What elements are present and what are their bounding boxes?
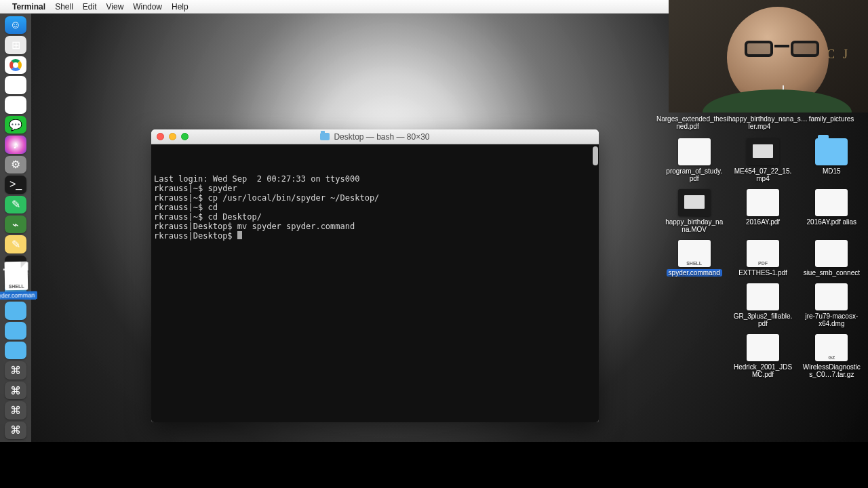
dock-app-finder[interactable]: ☺ <box>5 16 26 34</box>
dock-app-reminders[interactable]: ☰ <box>5 96 26 114</box>
menubar-app-name[interactable]: Terminal <box>12 2 45 12</box>
window-title: Desktop — bash — 80×30 <box>334 132 429 142</box>
desktop-icon[interactable]: MD15 <box>802 138 861 182</box>
menu-edit[interactable]: Edit <box>83 2 97 12</box>
doc-icon <box>815 189 848 216</box>
glasses-icon <box>745 41 819 57</box>
dragged-file[interactable]: ↖ SHELL yder.comman <box>2 262 31 300</box>
desktop-icon-row: Hedrick_2001_JDSMC.pdfGZWirelessDiagnost… <box>665 334 868 378</box>
desktop-icon[interactable]: 2016AY.pdf <box>733 189 792 233</box>
video-icon <box>678 189 711 216</box>
desktop-icon-label: Hedrick_2001_JDSMC.pdf <box>733 363 792 378</box>
dock-stack-folder-4[interactable] <box>5 342 26 359</box>
menu-window[interactable]: Window <box>133 2 162 12</box>
menu-shell[interactable]: Shell <box>55 2 73 12</box>
terminal-cursor <box>237 231 242 239</box>
desktop-icon-label: happy_birthday_nana.MOV <box>665 218 724 233</box>
desktop-icon-label: 2016AY.pdf <box>746 218 780 226</box>
terminal-line: rkrauss|~$ cd Desktop/ <box>154 212 596 222</box>
terminal-line: rkrauss|~$ spyder <box>154 184 596 193</box>
menu-help[interactable]: Help <box>172 2 189 12</box>
dock-app-itunes[interactable]: ♪ <box>5 136 26 153</box>
doc-icon <box>747 283 779 310</box>
doc-icon: SHELL <box>678 240 711 267</box>
terminal-line: rkrauss|~$ cp /usr/local/bin/spyder ~/De… <box>154 193 596 203</box>
desktop-icon-row: happy_birthday_nana.MOV2016AY.pdf2016AY.… <box>665 189 868 233</box>
desktop-icon[interactable]: ME454_07_22_15.mp4 <box>733 138 792 182</box>
dock-app-system-preferences[interactable]: ⚙ <box>5 156 26 174</box>
doc-icon <box>678 138 711 165</box>
doc-icon <box>815 283 848 310</box>
dock-stack-disk-1[interactable]: ⌘ <box>5 361 26 379</box>
dock-app-messages[interactable]: 💬 <box>5 116 26 134</box>
terminal-scrollbar[interactable] <box>593 146 598 165</box>
dock-app-launchpad[interactable]: ⊞ <box>5 36 26 54</box>
desktop-icon[interactable]: GZWirelessDiagnostics_C0…7.tar.gz <box>802 334 861 378</box>
dock-stack-downloads[interactable] <box>5 302 26 319</box>
desktop-icon-label: EXTTHES-1.pdf <box>738 269 787 277</box>
dock: ☺⊞2☰💬♪⚙>_✎⌁✎▁▃▅⌘⌘⌘⌘ <box>0 14 31 442</box>
desktop-icon-label: WirelessDiagnostics_C0…7.tar.gz <box>802 363 861 378</box>
dock-app-notes[interactable]: ✎ <box>5 235 26 253</box>
doc-icon: PDF <box>747 240 779 267</box>
folder-icon <box>815 138 848 165</box>
dock-app-calendar[interactable]: 2 <box>5 76 26 94</box>
desktop-icon-row: program_of_study.pdfME454_07_22_15.mp4MD… <box>665 138 868 182</box>
doc-icon: GZ <box>815 334 848 361</box>
desktop-icon-label: GR_3plus2_fillable.pdf <box>733 312 792 327</box>
desktop-icon-label: program_of_study.pdf <box>665 167 724 182</box>
presenter-shirt <box>703 89 852 113</box>
dock-stack-disk-3[interactable]: ⌘ <box>5 401 26 419</box>
file-icon: SHELL <box>5 262 28 291</box>
dock-stack-disk-4[interactable]: ⌘ <box>5 422 26 439</box>
dock-stack-disk-2[interactable]: ⌘ <box>5 382 26 399</box>
desktop-icon-label: MD15 <box>823 167 841 175</box>
desktop-icon[interactable]: program_of_study.pdf <box>665 138 724 182</box>
desktop-label[interactable]: happy_birthday_nana_s…ler.mp4 <box>728 115 791 130</box>
desktop-icon[interactable]: SHELLspyder.command <box>665 240 724 277</box>
letterbox-bottom <box>0 442 868 488</box>
desktop-icon-label: jre-7u79-macosx-x64.dmg <box>802 312 861 327</box>
desktop-icon[interactable]: Hedrick_2001_JDSMC.pdf <box>733 334 792 378</box>
app-icon <box>815 240 848 267</box>
webcam-overlay: SCJ <box>669 0 868 113</box>
doc-icon <box>747 334 779 361</box>
dock-app-spyder[interactable]: ⌁ <box>5 216 26 233</box>
dock-stack-folder-3[interactable] <box>5 322 26 340</box>
window-titlebar[interactable]: Desktop — bash — 80×30 <box>151 129 599 144</box>
desktop-icon-label: 2016AY.pdf alias <box>807 218 857 226</box>
desktop-label[interactable]: family_pictures <box>800 115 863 130</box>
desktop-label[interactable]: Narges_extended_thesi…ned.pdf <box>656 115 719 130</box>
titlebar-folder-icon <box>320 133 330 140</box>
dock-app-chrome[interactable] <box>5 56 26 74</box>
desktop-icon[interactable]: jre-7u79-macosx-x64.dmg <box>802 283 861 327</box>
desktop-icon-label: ME454_07_22_15.mp4 <box>733 167 792 182</box>
video-icon <box>747 138 779 165</box>
desktop-icon[interactable]: happy_birthday_nana.MOV <box>665 189 724 233</box>
desktop-icon-label: spyder.command <box>667 269 722 277</box>
dragged-file-label: yder.comman <box>0 291 37 300</box>
doc-icon <box>747 189 779 216</box>
dock-app-terminal[interactable]: >_ <box>5 176 26 193</box>
menu-view[interactable]: View <box>106 2 124 12</box>
terminal-body[interactable]: Last login: Wed Sep 2 00:27:33 on ttys00… <box>151 144 599 422</box>
desktop-icons: program_of_study.pdfME454_07_22_15.mp4MD… <box>665 138 868 378</box>
desktop-icon-row: SHELLspyder.commandPDFEXTTHES-1.pdfsiue_… <box>665 240 868 277</box>
terminal-line: rkrauss|Desktop$ <box>154 231 596 241</box>
desktop-icon[interactable]: 2016AY.pdf alias <box>802 189 861 233</box>
desktop-icon-label: siue_smb_connect <box>804 269 860 277</box>
desktop-icon[interactable]: GR_3plus2_fillable.pdf <box>733 283 792 327</box>
desktop-icon[interactable]: PDFEXTTHES-1.pdf <box>733 240 792 277</box>
dock-app-evernote[interactable]: ✎ <box>5 196 26 214</box>
terminal-line: Last login: Wed Sep 2 00:27:33 on ttys00… <box>154 174 596 184</box>
terminal-line: rkrauss|Desktop$ mv spyder spyder.comman… <box>154 222 596 231</box>
desktop-top-labels: Narges_extended_thesi…ned.pdf happy_birt… <box>656 115 863 130</box>
terminal-line: rkrauss|~$ cd <box>154 203 596 212</box>
file-badge: SHELL <box>9 284 24 289</box>
desktop-icon[interactable]: siue_smb_connect <box>802 240 861 277</box>
desktop-icon-row: GR_3plus2_fillable.pdfjre-7u79-macosx-x6… <box>665 283 868 327</box>
terminal-window[interactable]: Desktop — bash — 80×30 Last login: Wed S… <box>151 129 599 422</box>
